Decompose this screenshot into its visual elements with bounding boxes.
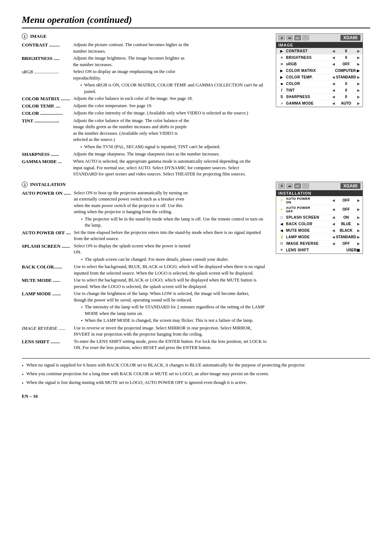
- osd-row-backcolor: ◀ BACK COLOR ◀ BLUE ▶: [276, 221, 363, 227]
- osd-arrow-right: ▶: [356, 62, 361, 66]
- osd-value-imagereverse: OFF: [336, 242, 356, 246]
- osd-arrow-right: ▶: [356, 49, 361, 53]
- table-row: sRGB ..................... Select ON to …: [22, 68, 267, 95]
- term-sharpness: SHARPNESS .......: [22, 151, 73, 158]
- osd-value-lampmode: STANDARD: [336, 235, 356, 239]
- bullet-text-autopoweron: The projector will be in the stand-by mo…: [85, 216, 267, 229]
- table-row: MUTE MODE ...... Use to select the backg…: [22, 277, 267, 290]
- osd-arrow-left: ◀: [331, 198, 336, 202]
- osd2-topbar: 🖥 📷 opt. 🔧 XGA60: [276, 182, 363, 190]
- osd-arrow-left: ◀: [331, 82, 336, 86]
- osd-value-colortemp: STANDARD: [336, 75, 356, 79]
- term-tint: TINT .....................: [22, 117, 73, 151]
- osd1-title: XGA60: [340, 35, 360, 41]
- desc-imagereverse: Use to reverse or invert the projected i…: [74, 325, 267, 338]
- osd-arrow-right: ▶: [356, 242, 361, 246]
- footnote-bullet: •: [22, 372, 24, 377]
- osd2: 🖥 📷 opt. 🔧 XGA60 INSTALLATION ⚡ AUTO POW…: [276, 182, 363, 254]
- osd-value-gammamode: AUTO: [336, 101, 356, 105]
- term-contrast: CONTRAST .........: [22, 41, 73, 55]
- osd-row-autopoweron: ⚡ AUTO POWERON ◀ OFF ▶: [276, 196, 363, 205]
- osd-arrow-left: ◀: [331, 95, 336, 99]
- term-backcolor: BACK COLOR.......: [22, 263, 74, 277]
- osd1-panel: 🖥 📷 opt. 🔧 XGA60 IMAGE ▶ CONTRAST ◀ 0 ▶ …: [276, 33, 370, 178]
- section2-table: AUTO POWER ON ...... Select ON to boot u…: [22, 190, 267, 352]
- desc-autopoweron: Select ON to boot up the projector autom…: [74, 190, 267, 229]
- table-row: IMAGE REVERSE ...... Use to reverse or i…: [22, 325, 267, 338]
- osd2-section: INSTALLATION: [276, 190, 363, 196]
- bullet-splashscreen: • The splash screen can be changed. For …: [81, 256, 267, 263]
- osd-arrow-right: ▶: [356, 56, 361, 60]
- osd-value-sharpness: 0: [336, 95, 356, 99]
- table-row: BRIGHTNESS ..... Adjusts the image brigh…: [22, 55, 267, 68]
- osd-playing-icon: ▶: [278, 49, 285, 53]
- osd-label-colormatrix: COLOR MATRIX: [285, 69, 335, 73]
- osd-icon-lensshift: ✛: [278, 248, 285, 252]
- osd-label-backcolor: BACK COLOR: [285, 222, 331, 226]
- osd-label-colortemp: COLOR TEMP.: [285, 75, 331, 79]
- table-row: COLOR TEMP. .... Adjusts the color tempe…: [22, 102, 267, 110]
- table-row: LAMP MODE ....... Use to change the brig…: [22, 290, 267, 325]
- osd2-icons: 🖥 📷 opt. 🔧: [278, 183, 309, 189]
- osd1-icon1: 🖥: [278, 35, 285, 40]
- section1-header: 1 IMAGE: [22, 33, 267, 39]
- term-color: COLOR ...................: [22, 110, 73, 117]
- term-autopoweroff: AUTO POWER OFF ....: [22, 229, 74, 243]
- section2-header: 2 INSTALLATION: [22, 182, 267, 187]
- osd-label-splashscreen: SPLASH SCREEN: [285, 215, 331, 219]
- osd-label-lensshift: LENS SHIFT: [285, 248, 341, 252]
- osd1-icon4: 🔧: [302, 35, 309, 40]
- term-colortemp: COLOR TEMP. ....: [22, 102, 73, 110]
- osd2-title: XGA60: [340, 183, 360, 189]
- term-imagereverse: IMAGE REVERSE ......: [22, 325, 74, 338]
- bullet-text-lampmode1: The intensity of the lamp will be STANDA…: [85, 304, 267, 317]
- osd-value-brightness: 0: [336, 56, 356, 60]
- term-splashscreen: SPLASH SCREEN .......: [22, 243, 74, 264]
- footnotes-section: • When no signal is supplied for 6 hours…: [22, 358, 370, 386]
- osd1-icons: 🖥 📷 opt. 🔧: [278, 35, 309, 40]
- osd-arrow-left: ◀: [331, 101, 336, 105]
- osd-icon-autopoweron: ⚡: [278, 199, 285, 202]
- osd-label-autopoweron: AUTO POWERON: [285, 197, 331, 204]
- desc-sharpness: Adjusts the image sharpness. The image s…: [73, 151, 267, 158]
- osd-arrow-left: ◀: [331, 235, 336, 239]
- osd-label-srgb: sRGB: [285, 62, 331, 66]
- bullet-icon: •: [81, 257, 82, 263]
- desc-autopoweroff: Set the time elapsed before the projecto…: [74, 229, 267, 243]
- osd2-icon1: 🖥: [278, 183, 285, 189]
- osd-value-mutemode: BLACK: [336, 228, 356, 232]
- footnote2: • When you continue projection for a lon…: [22, 371, 370, 377]
- osd-icon-colormatrix: ▶: [278, 69, 285, 73]
- osd-label-brightness: BRIGHTNESS: [285, 56, 331, 60]
- desc-splashscreen: Select ON to display the splash screen w…: [74, 243, 267, 264]
- osd-icon-color: ■: [278, 82, 285, 86]
- osd-row-contrast: ▶ CONTRAST ◀ 0 ▶: [276, 48, 363, 54]
- footnote3: • When the signal is lost during muting …: [22, 380, 370, 386]
- osd-value-autopoweron: OFF: [336, 198, 356, 202]
- bullet-icon: •: [80, 144, 82, 151]
- osd-arrow-left: ◀: [331, 222, 336, 226]
- osd-arrow-right: ▶: [356, 215, 361, 219]
- bullet-icon: •: [81, 304, 82, 311]
- table-row: COLOR ................... Adjusts the co…: [22, 110, 267, 117]
- osd-icon-splashscreen: □: [278, 215, 285, 219]
- table-row: AUTO POWER ON ...... Select ON to boot u…: [22, 190, 267, 229]
- osd-icon-gammamode: ↗: [278, 102, 285, 105]
- table-row: AUTO POWER OFF .... Set the time elapsed…: [22, 229, 267, 243]
- term-srgb: sRGB .....................: [22, 68, 73, 95]
- osd-arrow-right: ▶: [356, 228, 361, 232]
- section2-content: 2 INSTALLATION AUTO POWER ON ...... Sele…: [22, 182, 267, 352]
- osd-arrow-left: ◀: [331, 49, 336, 53]
- osd-value-contrast: 0: [336, 49, 356, 53]
- osd-row-colormatrix: ▶ COLOR MATRIX COMPUTER ▶: [276, 68, 363, 74]
- osd-arrow-right: ▶: [356, 75, 361, 79]
- osd-value-colormatrix: COMPUTER ▶: [335, 69, 361, 73]
- term-lensshift: LENS SHIFT ........: [22, 338, 74, 352]
- osd-row-color: ■ COLOR ◀ 0 ▶: [276, 81, 363, 87]
- footnote-bullet: •: [22, 363, 24, 369]
- osd-arrow-right: ▶: [356, 82, 361, 86]
- bullet-text-tint: When the TV50 (PAL, SECAM) signal is inp…: [84, 144, 220, 150]
- osd-row-tint: I TINT ◀ 0 ▶: [276, 87, 363, 94]
- term-brightness: BRIGHTNESS .....: [22, 55, 73, 68]
- footnote-text3: When the signal is lost during muting wi…: [26, 380, 247, 386]
